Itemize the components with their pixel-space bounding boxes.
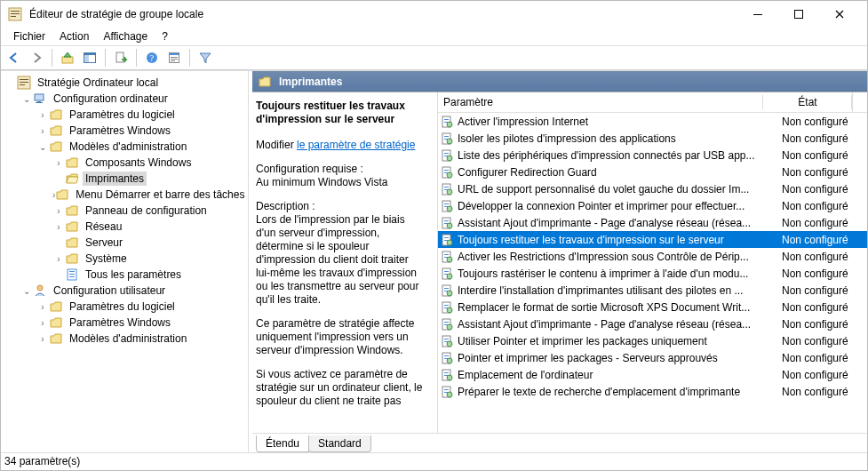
maximize-button[interactable] <box>778 1 819 28</box>
collapse-icon[interactable]: ⌄ <box>20 286 33 296</box>
svg-point-53 <box>447 206 452 212</box>
show-hide-tree-button[interactable] <box>80 48 100 68</box>
list-item[interactable]: Remplacer le format de sortie Microsoft … <box>438 299 867 315</box>
svg-rect-6 <box>62 57 73 63</box>
list-item[interactable]: Toujours restituer les travaux d'impress… <box>438 231 867 248</box>
back-button[interactable] <box>4 48 24 68</box>
state-cell: Non configuré <box>778 386 867 398</box>
menu-action[interactable]: Action <box>52 28 96 44</box>
list-item[interactable]: Configurer Redirection GuardNon configur… <box>438 164 867 180</box>
svg-point-97 <box>447 392 452 397</box>
menu-bar: Fichier Action Affichage ? <box>1 28 867 45</box>
svg-rect-27 <box>69 274 75 275</box>
expand-icon[interactable]: › <box>36 318 49 328</box>
minimize-button[interactable] <box>737 1 778 28</box>
tree-node-control-panel[interactable]: ›Panneau de configuration <box>52 203 246 219</box>
svg-point-37 <box>447 139 452 144</box>
list-item[interactable]: Assistant Ajout d'imprimante - Page d'an… <box>438 315 867 332</box>
tab-standard[interactable]: Standard <box>308 435 371 452</box>
list-item[interactable]: Interdire l'installation d'imprimantes u… <box>438 282 867 299</box>
menu-view[interactable]: Affichage <box>96 28 155 44</box>
settings-icon <box>65 267 79 282</box>
list-item[interactable]: Toujours rastériser le contenu à imprime… <box>438 265 867 282</box>
list-item[interactable]: Isoler les pilotes d'impression des appl… <box>438 130 867 147</box>
param-label: Activer les Restrictions d'Impression so… <box>458 251 749 263</box>
list-item[interactable]: Activer les Restrictions d'Impression so… <box>438 248 867 265</box>
menu-help[interactable]: ? <box>155 28 175 44</box>
list-item[interactable]: Utiliser Pointer et imprimer les package… <box>438 332 867 349</box>
svg-rect-31 <box>444 119 449 120</box>
tree-node-system[interactable]: ›Système <box>52 251 246 267</box>
policy-icon <box>440 115 454 129</box>
tab-extended[interactable]: Étendu <box>256 435 309 452</box>
menu-file[interactable]: Fichier <box>6 28 52 44</box>
param-label: Préparer le texte de recherche d'emplace… <box>458 386 740 398</box>
list-item[interactable]: Liste des périphériques d'impression con… <box>438 147 867 164</box>
svg-point-57 <box>447 223 452 228</box>
tree-node-admin-templates[interactable]: ⌄Modèles d'administration <box>36 139 246 155</box>
expand-icon[interactable]: › <box>52 158 65 168</box>
list-item[interactable]: Emplacement de l'ordinateurNon configuré <box>438 366 867 383</box>
expand-icon[interactable]: › <box>52 254 65 264</box>
param-cell: Emplacement de l'ordinateur <box>438 368 778 382</box>
svg-rect-83 <box>444 339 449 339</box>
list-item[interactable]: URL de support personnalisé du volet gau… <box>438 180 867 197</box>
content-header: Imprimantes <box>252 71 867 92</box>
up-button[interactable] <box>58 48 77 68</box>
toolbar-separator <box>136 49 137 67</box>
collapse-icon[interactable]: ⌄ <box>36 142 49 152</box>
param-cell: Configurer Redirection Guard <box>438 165 778 180</box>
tree-node-start-menu[interactable]: ›Menu Démarrer et barre des tâches <box>52 187 246 203</box>
tree-node-network[interactable]: ›Réseau <box>52 219 246 235</box>
tree-label: Paramètres Windows <box>67 315 173 330</box>
tree-node-windows-settings[interactable]: ›Paramètres Windows <box>36 123 246 139</box>
list-item[interactable]: Assistant Ajout d'imprimante - Page d'an… <box>438 214 867 231</box>
svg-rect-19 <box>20 79 28 80</box>
expand-icon[interactable]: › <box>52 206 65 216</box>
list-body[interactable]: Activer l'impression InternetNon configu… <box>438 113 867 433</box>
tree-label: Modèles d'administration <box>67 331 189 346</box>
edit-policy-link[interactable]: le paramètre de stratégie <box>297 139 415 151</box>
forward-button[interactable] <box>27 48 46 68</box>
expand-icon[interactable]: › <box>36 110 49 120</box>
tree-node-user-software[interactable]: ›Paramètres du logiciel <box>36 299 246 315</box>
policy-tree[interactable]: Stratégie Ordinateur local ⌄ Configurati… <box>3 75 246 347</box>
tree-node-computer-config[interactable]: ⌄ Configuration ordinateur <box>20 91 246 107</box>
list-item[interactable]: Pointer et imprimer les packages - Serve… <box>438 349 867 366</box>
tree-node-user-templates[interactable]: ›Modèles d'administration <box>36 331 246 347</box>
expand-icon[interactable]: › <box>36 126 49 136</box>
tree-pane[interactable]: Stratégie Ordinateur local ⌄ Configurati… <box>1 71 249 452</box>
svg-point-77 <box>447 307 452 313</box>
tree-node-windows-components[interactable]: ›Composants Windows <box>52 155 246 171</box>
list-item[interactable]: Activer l'impression InternetNon configu… <box>438 113 867 130</box>
tree-node-all-settings[interactable]: Tous les paramètres <box>52 267 246 283</box>
list-item[interactable]: Préparer le texte de recherche d'emplace… <box>438 383 867 400</box>
expand-icon[interactable]: › <box>36 302 49 312</box>
expand-icon[interactable]: › <box>36 334 49 344</box>
param-cell: Pointer et imprimer les packages - Serve… <box>438 351 778 365</box>
help-button[interactable]: ? <box>142 48 162 68</box>
edit-prefix: Modifier <box>256 139 297 151</box>
filter-button[interactable] <box>195 48 215 68</box>
tree-node-root[interactable]: Stratégie Ordinateur local <box>4 75 246 91</box>
list-item[interactable]: Développer la connexion Pointer et impri… <box>438 197 867 214</box>
export-button[interactable] <box>111 48 131 68</box>
column-header-param[interactable]: Paramètre <box>438 92 763 112</box>
column-header-state[interactable]: État <box>763 92 852 112</box>
tree-node-printers[interactable]: Imprimantes <box>52 171 246 187</box>
close-button[interactable] <box>819 1 860 28</box>
svg-rect-75 <box>444 305 449 306</box>
param-label: Assistant Ajout d'imprimante - Page d'an… <box>458 318 751 331</box>
tree-node-server[interactable]: Serveur <box>52 235 246 251</box>
expand-icon[interactable]: › <box>52 222 65 232</box>
tree-node-user-windows[interactable]: ›Paramètres Windows <box>36 315 246 331</box>
tree-node-software-settings[interactable]: ›Paramètres du logiciel <box>36 107 246 123</box>
column-label: Paramètre <box>443 96 493 108</box>
requirements-value: Au minimum Windows Vista <box>256 176 426 189</box>
properties-button[interactable] <box>164 48 184 68</box>
policy-root-icon <box>17 76 31 90</box>
collapse-icon[interactable]: ⌄ <box>20 94 33 104</box>
tree-node-user-config[interactable]: ⌄Configuration utilisateur <box>20 283 246 299</box>
folder-open-icon <box>65 172 79 186</box>
svg-rect-21 <box>20 84 25 85</box>
